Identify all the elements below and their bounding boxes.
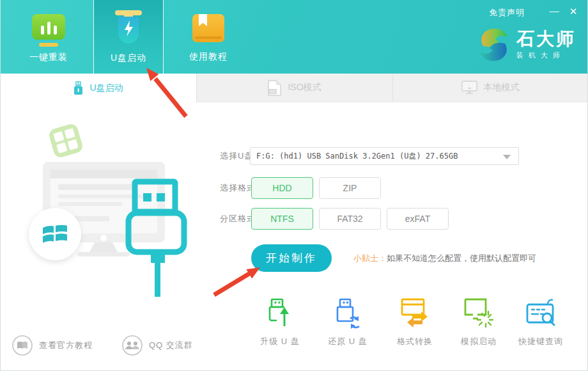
- tool-label: 模拟启动: [461, 336, 497, 347]
- people-circle-icon: [122, 335, 143, 356]
- format-convert-icon: [401, 298, 429, 329]
- minimize-button[interactable]: —: [548, 5, 561, 18]
- brand-logo: 石大师 装机大师: [478, 27, 576, 63]
- brand-swirl-icon: [478, 27, 510, 63]
- nav-tab-label: U盘启动: [111, 52, 146, 64]
- tip-body: 如果不知道怎么配置，使用默认配置即可: [387, 253, 536, 263]
- usb-upgrade-icon: [267, 298, 293, 329]
- link-official-tutorial[interactable]: 查看官方教程: [12, 335, 93, 356]
- windows-flag-badge: [29, 208, 81, 260]
- tutorial-book-icon: [192, 14, 224, 42]
- mode-tab-label: ISO模式: [288, 82, 321, 93]
- usb-drive-value: F:G: (hd1) USB SanDisk 3.2Gen1 (U盘) 27.6…: [256, 148, 458, 164]
- start-make-button[interactable]: 开始制作: [251, 244, 332, 272]
- mode-tab-iso-mode[interactable]: ISO ISO模式: [196, 74, 392, 102]
- partition-option-exfat[interactable]: exFAT: [387, 208, 449, 230]
- simulate-boot-icon: [464, 298, 493, 329]
- svg-text:ISO: ISO: [270, 90, 276, 93]
- tool-upgrade-usb[interactable]: 升级 U 盘: [247, 298, 313, 347]
- tool-simulate-boot[interactable]: 模拟启动: [445, 298, 512, 347]
- iso-file-icon: ISO: [268, 80, 281, 96]
- partition-option-fat32[interactable]: FAT32: [319, 208, 381, 230]
- mode-tab-local-mode[interactable]: 本地模式: [392, 74, 587, 102]
- close-button[interactable]: ✕: [567, 5, 580, 18]
- format-option-hdd[interactable]: HDD: [251, 177, 313, 199]
- reinstall-chart-icon: [32, 14, 65, 40]
- format-option-zip[interactable]: ZIP: [319, 177, 381, 199]
- usb-stick-icon: [74, 81, 83, 95]
- tip-text: 小贴士：如果不知道怎么配置，使用默认配置即可: [353, 244, 536, 272]
- tool-label: 格式转换: [397, 336, 433, 347]
- nav-tab-label: 使用教程: [189, 51, 228, 63]
- brand-subtitle: 装机大师: [516, 51, 576, 60]
- mode-tab-label: U盘启动: [89, 83, 123, 94]
- reinstall-icon-base: [39, 43, 58, 47]
- tool-label: 还原 U 盘: [328, 336, 368, 347]
- brand-name: 石大师: [516, 29, 576, 49]
- book-circle-icon: [12, 335, 33, 356]
- usb-restore-icon: [334, 298, 361, 329]
- app-window: 一键重装 U盘启动 使用教程: [0, 0, 588, 371]
- mode-tab-label: 本地模式: [484, 82, 520, 93]
- tool-restore-usb[interactable]: 还原 U 盘: [314, 298, 381, 347]
- nav-tabs: 一键重装 U盘启动 使用教程: [13, 0, 244, 74]
- tip-prefix: 小贴士：: [353, 253, 387, 263]
- disclaimer-link[interactable]: 免责声明: [489, 7, 525, 19]
- tool-format-convert[interactable]: 格式转换: [382, 298, 448, 347]
- link-label: 查看官方教程: [39, 340, 93, 351]
- usb-shield-bolt-icon: [111, 9, 146, 47]
- partition-option-ntfs[interactable]: NTFS: [251, 208, 313, 230]
- link-qq-group[interactable]: QQ 交流群: [122, 335, 193, 356]
- hotkey-search-icon: [526, 298, 555, 329]
- mode-tabs: U盘启动 ISO ISO模式 本地模式: [1, 74, 587, 102]
- nav-tab-usb-boot[interactable]: U盘启动: [93, 0, 164, 74]
- usb-drive-select[interactable]: F:G: (hd1) USB SanDisk 3.2Gen1 (U盘) 27.6…: [250, 147, 519, 165]
- tool-hotkey-query[interactable]: 快捷键查询: [507, 298, 574, 347]
- windows-logo-tilted-icon: [48, 123, 84, 159]
- header: 一键重装 U盘启动 使用教程: [1, 0, 587, 74]
- chevron-down-icon: [503, 155, 511, 159]
- tool-label: 升级 U 盘: [260, 336, 300, 347]
- nav-tab-tutorial[interactable]: 使用教程: [173, 0, 244, 74]
- usb-monitor-illustration: [13, 119, 205, 306]
- main-panel: 选择U盘： F:G: (hd1) USB SanDisk 3.2Gen1 (U盘…: [1, 102, 587, 371]
- local-monitor-icon: [461, 81, 477, 95]
- mode-tab-usb-boot[interactable]: U盘启动: [1, 74, 196, 102]
- link-label: QQ 交流群: [149, 340, 193, 351]
- nav-tab-reinstall[interactable]: 一键重装: [13, 0, 84, 74]
- nav-tab-label: 一键重装: [29, 52, 68, 63]
- tool-label: 快捷键查询: [518, 336, 563, 347]
